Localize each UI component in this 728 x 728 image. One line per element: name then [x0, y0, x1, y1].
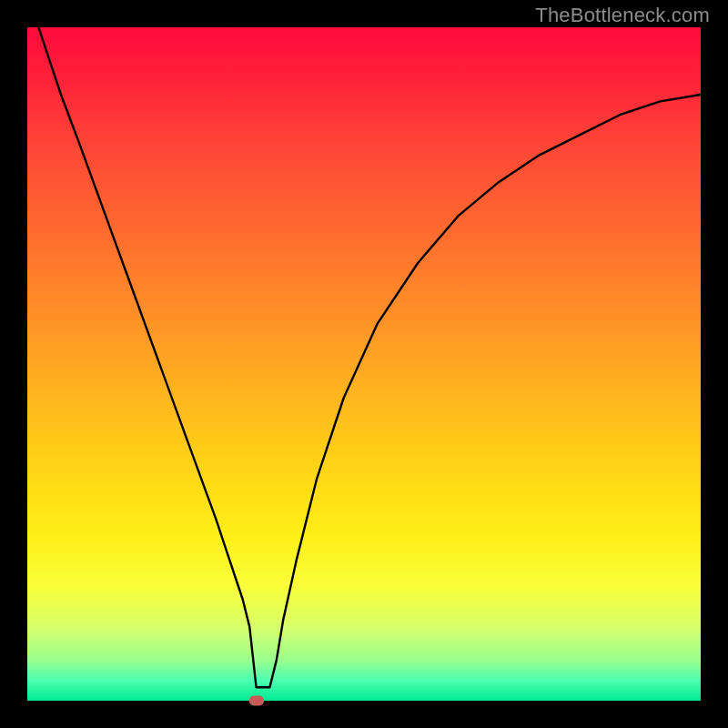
watermark-text: TheBottleneck.com: [535, 4, 710, 27]
bottleneck-curve: [27, 27, 701, 701]
optimal-point-marker: [249, 696, 264, 706]
plot-area: [27, 27, 701, 701]
curve-path: [27, 0, 701, 687]
chart-frame: TheBottleneck.com: [0, 0, 728, 728]
